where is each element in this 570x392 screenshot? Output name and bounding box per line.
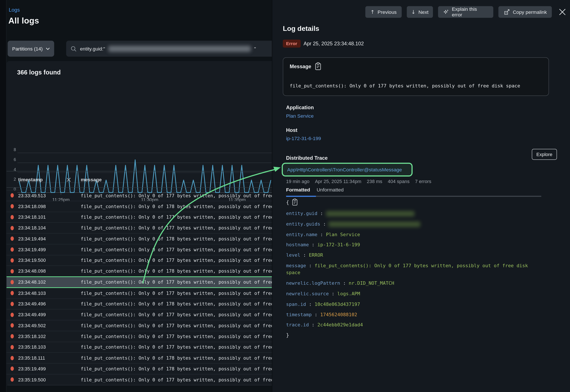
row-message: file_put_contents(): Only 0 of 177 bytes… (81, 279, 276, 285)
row-timestamp: 23:35:19.500 (18, 377, 46, 382)
row-timestamp: 23:35:19.499 (18, 366, 46, 372)
tab-unformatted[interactable]: Unformatted (317, 187, 344, 196)
log-row[interactable]: 23:34:48.103file_put_contents(): Only 0 … (6, 288, 276, 299)
previous-button[interactable]: ↑ Previous (365, 6, 402, 18)
ai-sparkle-icon (443, 9, 449, 15)
detail-timestamp: Apr 25, 2025 23:34:48.102 (304, 41, 364, 46)
trace-meta-item: 238 ms (367, 179, 382, 184)
json-close-brace: } (286, 332, 541, 339)
svg-text:8: 8 (14, 147, 16, 152)
log-row[interactable]: 23:34:19.500file_put_contents(): Only 0 … (6, 255, 276, 266)
json-field: timestamp : 1745624088102 (286, 311, 541, 318)
json-key: newrelic.source (286, 291, 329, 296)
remove-column-icon[interactable] (66, 177, 72, 183)
row-timestamp: 23:34:49.499 (18, 312, 46, 317)
explore-button[interactable]: Explore (532, 149, 557, 160)
tab-active-indicator (286, 196, 316, 197)
row-message: file_put_contents(): Only 0 of 177 bytes… (81, 312, 276, 317)
log-row[interactable]: 23:35:18.102file_put_contents(): Only 0 … (6, 331, 276, 342)
row-message: file_put_contents(): Only 0 of 177 bytes… (81, 257, 276, 263)
log-row[interactable]: 23:34:19.494file_put_contents(): Only 0 … (6, 234, 276, 244)
partitions-label: Partitions (14) (12, 46, 43, 51)
json-field: newrelic.source : logs.APM (286, 290, 541, 297)
arrow-up-icon: ↑ (370, 9, 375, 15)
log-row[interactable]: 23:34:49.502file_put_contents(): Only 0 … (6, 320, 276, 331)
copy-permalink-button[interactable]: Copy permalink (498, 6, 552, 18)
permalink-icon (503, 9, 510, 15)
search-icon (71, 45, 77, 52)
host-link[interactable]: ip-172-31-6-199 (286, 136, 321, 141)
log-row[interactable]: 23:34:19.499file_put_contents(): Only 0 … (6, 244, 276, 255)
json-open-brace: { (286, 199, 289, 205)
row-message: file_put_contents(): Only 0 of 177 bytes… (81, 225, 276, 231)
row-message: file_put_contents(): Only 0 of 178 bytes… (81, 355, 276, 361)
log-row[interactable]: 23:34:49.496file_put_contents(): Only 0 … (6, 299, 276, 309)
log-row[interactable]: 23:34:18.098file_put_contents(): Only 0 … (6, 201, 276, 212)
copy-json-icon[interactable] (292, 198, 298, 206)
copy-permalink-label: Copy permalink (513, 9, 547, 15)
json-colon: : (300, 252, 309, 258)
error-level-dot-icon (11, 291, 14, 295)
error-level-dot-icon (11, 237, 14, 241)
log-row[interactable]: 23:34:18.101file_put_contents(): Only 0 … (6, 212, 276, 223)
column-divider[interactable] (77, 171, 78, 188)
error-level-dot-icon (11, 356, 14, 360)
column-header-timestamp[interactable]: timestamp (18, 177, 43, 182)
row-message: file_put_contents(): Only 0 of 177 bytes… (81, 323, 276, 328)
log-row[interactable]: 23:35:18.103file_put_contents(): Only 0 … (6, 342, 276, 353)
row-message: file_put_contents(): Only 0 of 177 bytes… (81, 377, 276, 382)
json-colon: : (306, 263, 315, 268)
json-key: span.id (286, 301, 306, 307)
error-level-dot-icon (11, 226, 14, 230)
copy-message-icon[interactable] (314, 62, 322, 70)
logs-results-panel: 366 logs found 8642011:25pm11:30pm11:35p… (6, 61, 276, 386)
partitions-dropdown[interactable]: Partitions (14) (8, 41, 54, 56)
column-header-message[interactable]: message (81, 177, 102, 182)
error-level-dot-icon (11, 247, 14, 252)
row-message: file_put_contents(): Only 0 of 178 bytes… (81, 236, 276, 241)
json-colon: : (317, 211, 326, 216)
json-colon: : (340, 280, 349, 286)
json-colon: : (317, 232, 326, 237)
trace-link[interactable]: App\Http\Controllers\TronController@stat… (287, 167, 402, 172)
log-row[interactable]: 23:35:19.500file_put_contents(): Only 0 … (6, 374, 276, 385)
json-value: nr.DID_NOT_MATCH (349, 280, 394, 286)
json-value: ERROR (309, 252, 323, 258)
arrow-down-icon: ↓ (411, 9, 415, 15)
log-row[interactable]: 23:33:49.513file_put_contents(): Only 0 … (6, 190, 276, 201)
row-timestamp: 23:34:48.103 (18, 290, 46, 296)
log-row[interactable]: 23:34:18.104file_put_contents(): Only 0 … (6, 223, 276, 234)
row-message: file_put_contents(): Only 0 of 178 bytes… (81, 268, 276, 274)
breadcrumb-logs-link[interactable]: Logs (9, 7, 20, 13)
explain-error-button[interactable]: Explain this error (438, 6, 493, 18)
log-row[interactable]: 23:34:48.098file_put_contents(): Only 0 … (6, 266, 276, 277)
message-card: Message file_put_contents(): Only 0 of 1… (283, 57, 549, 96)
json-key: timestamp (286, 312, 312, 317)
log-row[interactable]: 23:35:18.111file_put_contents(): Only 0 … (6, 353, 276, 364)
row-timestamp: 23:34:49.496 (18, 301, 46, 307)
json-field: entity.guids : (286, 220, 541, 227)
search-input[interactable]: entity.guid:" " (66, 41, 276, 56)
log-rows-list: 23:33:49.513file_put_contents(): Only 0 … (6, 190, 276, 385)
row-timestamp: 23:34:18.098 (18, 204, 46, 209)
application-link[interactable]: Plan Service (286, 113, 314, 119)
log-row[interactable]: 23:35:19.499file_put_contents(): Only 0 … (6, 364, 276, 374)
left-nav-rail (0, 0, 6, 392)
json-field: span.id : 10c48e063d437197 (286, 301, 541, 308)
formatted-json: entity.guid : entity.guids : entity.name… (286, 210, 541, 339)
next-button[interactable]: ↓ Next (407, 6, 433, 18)
error-level-dot-icon (11, 345, 14, 349)
json-colon: : (309, 322, 317, 328)
tab-formatted[interactable]: Formatted (286, 187, 310, 196)
json-key: trace.id (286, 322, 309, 328)
close-panel-icon[interactable] (559, 8, 566, 16)
json-colon: : (312, 312, 321, 317)
row-timestamp: 23:34:19.494 (18, 236, 46, 241)
log-details-panel: ↑ Previous ↓ Next Explain this error Cop… (272, 0, 570, 392)
json-field: hostname : ip-172-31-6-199 (286, 241, 541, 249)
log-row[interactable]: 23:34:49.499file_put_contents(): Only 0 … (6, 309, 276, 320)
log-row-selected[interactable]: 23:34:48.102file_put_contents(): Only 0 … (6, 276, 276, 288)
error-level-dot-icon (11, 215, 14, 219)
explain-error-label: Explain this error (452, 6, 489, 17)
table-header: timestamp message (6, 171, 276, 188)
